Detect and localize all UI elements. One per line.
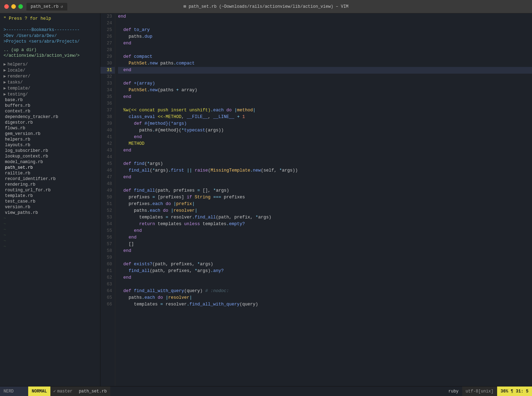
status-position: 36% ¶ 31: 5 — [497, 386, 532, 396]
dir-arrow-icon: ▶ — [4, 74, 6, 79]
line-38: class_eval <<-METHOD, __FILE__, __LINE__… — [118, 114, 532, 120]
sidebar-file-lookup-context[interactable]: lookup_context.rb — [0, 154, 100, 159]
line-60: def exists?(path, prefixes, *args) — [118, 261, 532, 268]
ln-36: 36 — [103, 100, 112, 107]
ln-48: 48 — [103, 181, 112, 187]
ln-45: 45 — [103, 161, 112, 167]
nav-up-dir[interactable]: .. (up a dir) — [0, 47, 100, 53]
line-54: return templates unless templates.empty? — [118, 221, 532, 228]
line-52: paths.each do |resolver| — [118, 208, 532, 214]
ln-52: 52 — [103, 208, 112, 214]
line-23: end — [118, 13, 532, 20]
ln-23: 23 — [103, 13, 112, 20]
ln-56: 56 — [103, 234, 112, 241]
line-64: def find_all_with_query(query) # :nodoc: — [118, 288, 532, 295]
sidebar-file-test-case[interactable]: test_case.rb — [0, 199, 100, 204]
ln-44: 44 — [103, 154, 112, 161]
status-git: ✓ master — [50, 386, 75, 396]
sidebar-dir-locale[interactable]: ▶ locale/ — [0, 67, 100, 73]
sidebar-file-layouts[interactable]: layouts.rb — [0, 142, 100, 148]
ln-63: 63 — [103, 281, 112, 288]
ln-58: 58 — [103, 248, 112, 254]
tilde-2: ~ — [0, 221, 100, 227]
sidebar-file-digestor[interactable]: digestor.rb — [0, 120, 100, 125]
sidebar-dir-testing[interactable]: ▶ testing/ — [0, 91, 100, 97]
file-tab[interactable]: path_set.rb ↺ — [26, 3, 67, 11]
line-30: PathSet.new paths.compact — [118, 60, 532, 67]
line-32 — [118, 74, 532, 80]
line-56: end — [118, 234, 532, 241]
sidebar-dir-renderer[interactable]: ▶ renderer/ — [0, 73, 100, 79]
sidebar-file-version[interactable]: version.rb — [0, 204, 100, 210]
line-26: paths.dup — [118, 33, 532, 40]
sidebar-file-record-identifier[interactable]: record_identifier.rb — [0, 176, 100, 182]
bookmark-projects[interactable]: >Projects <sers/abra/Projects/ — [0, 39, 100, 44]
refresh-icon: ↺ — [61, 4, 63, 9]
ln-31: 31 — [103, 67, 112, 74]
tilde-5: ~ — [0, 238, 100, 244]
ln-34: 34 — [103, 87, 112, 94]
ln-43: 43 — [103, 147, 112, 154]
sidebar-file-model-naming[interactable]: model_naming.rb — [0, 159, 100, 165]
line-39: def #{method}(*args) — [118, 120, 532, 127]
line-62: end — [118, 274, 532, 281]
ln-41: 41 — [103, 134, 112, 141]
nav-current-dir[interactable]: </actionview/lib/action_view/> — [0, 53, 100, 58]
line-58: end — [118, 248, 532, 254]
line-46: find_all(*args).first || raise(MissingTe… — [118, 167, 532, 174]
bookmark-dev[interactable]: >Dev /Users/abra/Dev/ — [0, 33, 100, 39]
tilde-1: ~ — [0, 216, 100, 221]
bookmarks-header: >----------Bookmarks---------- — [0, 27, 100, 33]
ln-53: 53 — [103, 214, 112, 221]
line-41: end — [118, 134, 532, 141]
fullscreen-button[interactable] — [18, 4, 23, 9]
sidebar-dir-tasks[interactable]: ▶ tasks/ — [0, 79, 100, 85]
main-layout: " Press ? for help >----------Bookmarks-… — [0, 13, 532, 386]
sidebar-file-log-subscriber[interactable]: log_subscriber.rb — [0, 148, 100, 154]
sidebar-file-dep-tracker[interactable]: dependency_tracker.rb — [0, 114, 100, 120]
line-numbers: 23 24 25 26 27 28 29 30 31 32 33 34 35 3… — [100, 13, 115, 386]
line-55: end — [118, 228, 532, 234]
sidebar-file-view-paths[interactable]: view_paths.rb — [0, 210, 100, 216]
line-36 — [118, 100, 532, 107]
code-area: 23 24 25 26 27 28 29 30 31 32 33 34 35 3… — [100, 13, 532, 386]
line-35: end — [118, 94, 532, 100]
sidebar-file-path-set[interactable]: path_set.rb — [0, 165, 100, 171]
ln-65: 65 — [103, 295, 112, 301]
minimize-button[interactable] — [11, 4, 16, 9]
line-31: end — [118, 67, 532, 74]
line-34: PathSet.new(paths + array) — [118, 87, 532, 94]
sidebar-file-flows[interactable]: flows.rb — [0, 125, 100, 131]
line-65: paths.each do |resolver| — [118, 295, 532, 301]
titlebar: path_set.rb ↺ ⊞ path_set.rb (~Downloads/… — [0, 0, 532, 13]
close-button[interactable] — [4, 4, 9, 9]
sidebar-file-gem-version[interactable]: gem_version.rb — [0, 131, 100, 137]
ln-27: 27 — [103, 40, 112, 47]
sidebar-file-rendering[interactable]: rendering.rb — [0, 182, 100, 187]
ln-40: 40 — [103, 127, 112, 134]
ln-38: 38 — [103, 114, 112, 120]
line-50: prefixes = [prefixes] if String === pref… — [118, 194, 532, 201]
sidebar-dir-helpers[interactable]: ▶ helpers/ — [0, 61, 100, 67]
sidebar-file-template[interactable]: template.rb — [0, 193, 100, 199]
sidebar-file-railtie[interactable]: railtie.rb — [0, 171, 100, 176]
code-lines: end def to_ary paths.dup end def compact… — [115, 13, 532, 386]
sidebar-file-routing-url-for[interactable]: routing_url_for.rb — [0, 187, 100, 193]
line-33: def +(array) — [118, 80, 532, 87]
line-49: def find_all(path, prefixes = [], *args) — [118, 187, 532, 194]
ln-39: 39 — [103, 120, 112, 127]
ln-61: 61 — [103, 268, 112, 274]
ln-60: 60 — [103, 261, 112, 268]
tilde-4: ~ — [0, 233, 100, 238]
ln-62: 62 — [103, 274, 112, 281]
ln-37: 37 — [103, 107, 112, 114]
sidebar-dir-template[interactable]: ▶ template/ — [0, 85, 100, 91]
ln-42: 42 — [103, 141, 112, 147]
line-51: prefixes.each do |prefix| — [118, 201, 532, 208]
line-24 — [118, 20, 532, 27]
dir-arrow-icon: ▶ — [4, 86, 6, 91]
sidebar-file-base[interactable]: base.rb — [0, 97, 100, 103]
sidebar-file-context[interactable]: context.rb — [0, 109, 100, 114]
sidebar-file-helpers[interactable]: helpers.rb — [0, 137, 100, 142]
sidebar-file-buffers[interactable]: buffers.rb — [0, 103, 100, 109]
